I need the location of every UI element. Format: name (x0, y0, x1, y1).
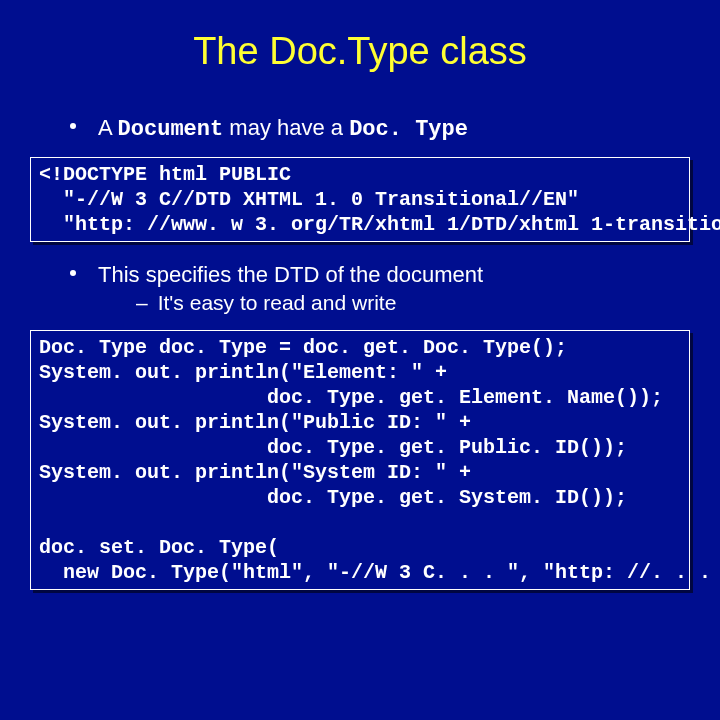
dash-icon: – (136, 289, 148, 317)
bullet-1-mid: may have a (223, 115, 349, 140)
bullet-1-code1: Document (118, 117, 224, 142)
bullet-1-code2: Doc. Type (349, 117, 468, 142)
bullet-1: A Document may have a Doc. Type (70, 113, 700, 145)
bullet-2-line: This specifies the DTD of the document (98, 260, 483, 290)
bullet-2-sub: – It's easy to read and write (136, 289, 483, 317)
bullet-2: This specifies the DTD of the document –… (70, 260, 700, 318)
bullet-1-pre: A (98, 115, 118, 140)
code-block-java: Doc. Type doc. Type = doc. get. Doc. Typ… (30, 330, 690, 590)
bullet-dot-icon (70, 270, 76, 276)
bullet-2-text: This specifies the DTD of the document –… (98, 260, 483, 318)
bullet-1-text: A Document may have a Doc. Type (98, 113, 468, 145)
bullet-2-sub-text: It's easy to read and write (158, 289, 397, 317)
bullet-dot-icon (70, 123, 76, 129)
slide-title: The Doc.Type class (20, 30, 700, 73)
code-block-doctype: <!DOCTYPE html PUBLIC "-//W 3 C//DTD XHT… (30, 157, 690, 242)
slide: The Doc.Type class A Document may have a… (0, 0, 720, 590)
